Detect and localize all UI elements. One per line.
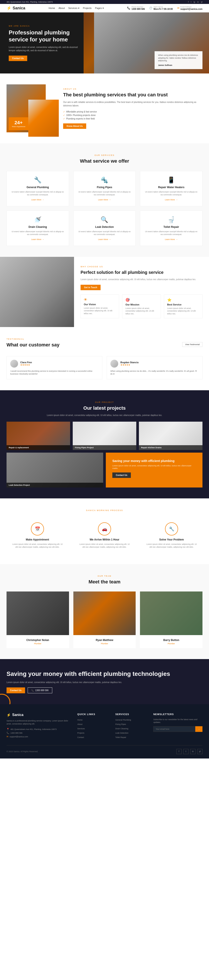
vision-icon-3: ⭐ xyxy=(167,298,199,302)
footer-service-3[interactable]: Drain Cleaning xyxy=(116,727,148,730)
social-linkedin-icon[interactable]: in xyxy=(190,749,195,754)
social-twitter-icon[interactable]: t xyxy=(183,749,188,754)
about-section: 24+ Years Experience ABOUT US The best p… xyxy=(0,73,209,143)
footer-quick-links: Quick Links Home About Services Projects… xyxy=(77,713,110,740)
header: ⚡ Sanica Home About Services ▾ Projects … xyxy=(0,4,209,13)
social-youtube-icon[interactable]: yt xyxy=(197,749,203,754)
footer-link-contact[interactable]: Contact xyxy=(77,736,110,739)
social-icon-yt[interactable]: yt xyxy=(201,1,203,3)
about-check-1: ✓Affordable pricing & fast service xyxy=(63,111,203,113)
social-facebook-icon[interactable]: f xyxy=(176,749,182,754)
hero-title: Professional plumbing service for your h… xyxy=(9,29,83,43)
nav-services[interactable]: Services ▾ xyxy=(68,7,79,10)
about-check-2: ✓1000+ Plumbing projects done xyxy=(63,114,203,116)
cta-description: Lorem ipsum dolor sit amet, consectetur … xyxy=(6,681,203,684)
team-grid: Christopher Nolan Plumber Ryan Matthew P… xyxy=(6,592,203,648)
service-learn-more-2[interactable]: Learn More → xyxy=(78,199,131,201)
contact-hours: 🕐 Open Hours Mon-Fri 7:00-18:00 xyxy=(149,6,173,10)
service-card-6: 🚽 Toilet Repair Ut exerci tation ullamco… xyxy=(140,211,203,246)
footer-quick-links-title: Quick Links xyxy=(77,713,110,716)
social-icon-t[interactable]: t xyxy=(191,1,192,3)
project-card-4[interactable]: Leak Detection Project xyxy=(6,453,103,487)
service-desc-4: Ut exerci tation ullamcorper suscipit lo… xyxy=(11,230,65,236)
testimonial-header-2: Bogdan Stanciu ★★★★★ xyxy=(110,360,199,368)
footer-link-services[interactable]: Services xyxy=(77,727,110,730)
cta-title: Saving your money with efficient plumbin… xyxy=(6,670,203,678)
nav-about[interactable]: About xyxy=(59,7,65,10)
why-cta-button[interactable]: Get in Touch xyxy=(81,285,101,290)
footer-newsletter-title: Newsletters xyxy=(153,713,203,716)
process-title-1: Make Appointment xyxy=(11,538,64,541)
service-icon-6: 🚽 xyxy=(144,216,198,223)
why-image xyxy=(0,257,74,327)
team-card-2: Ryan Matthew Plumber xyxy=(73,592,136,648)
service-icon-4: 🚿 xyxy=(11,216,65,223)
process-grid: 📅 Make Appointment Lorem ipsum dolor sit… xyxy=(6,518,203,553)
footer-service-2[interactable]: Fixing Pipes xyxy=(116,722,148,725)
project-feature-cta[interactable]: Contact Us xyxy=(112,473,131,478)
service-learn-more-4[interactable]: Learn More → xyxy=(11,238,65,240)
service-learn-more-6[interactable]: Learn More → xyxy=(144,238,198,240)
project-img-3: Repair Kitchen Drains xyxy=(139,422,203,450)
phone-icon: 📞 xyxy=(127,6,130,10)
project-img-4: Leak Detection Project xyxy=(6,453,103,487)
team-title: Meet the team xyxy=(6,579,203,585)
footer-link-about[interactable]: About xyxy=(77,722,110,725)
nav-pages[interactable]: Pages ▾ xyxy=(95,7,104,10)
service-card-2: 🔩 Fixing Pipes Ut exerci tation ullamcor… xyxy=(73,171,136,206)
newsletter-submit-button[interactable]: → xyxy=(195,726,203,732)
newsletter-input[interactable] xyxy=(153,726,195,732)
team-role-3: Plumber xyxy=(144,643,199,645)
testimonial-text-1: I would recommend this plumbing service … xyxy=(10,370,99,375)
team-img-3 xyxy=(140,592,203,635)
vision-desc-2: Lorem ipsum dolor sit amet, consectetur … xyxy=(125,307,157,315)
services-section: OUR SERVICES What service we offer 🔧 Gen… xyxy=(0,143,209,257)
footer-quick-links-list: Home About Services Projects Contact xyxy=(77,718,110,739)
check-icon-3: ✓ xyxy=(63,118,65,120)
vision-cards: 👁 Our Vision Lorem ipsum dolor sit amet,… xyxy=(81,294,203,318)
service-learn-more-3[interactable]: Learn More → xyxy=(144,199,198,201)
services-label: OUR SERVICES xyxy=(6,154,203,156)
project-label-4: Leak Detection Project xyxy=(6,483,103,487)
footer-link-projects[interactable]: Projects xyxy=(77,731,110,734)
hero-section: WE ARE SANICA Professional plumbing serv… xyxy=(0,13,209,73)
vision-desc-3: Lorem ipsum dolor sit amet, consectetur … xyxy=(167,307,199,315)
nav-home[interactable]: Home xyxy=(49,7,55,10)
service-learn-more-1[interactable]: Learn More → xyxy=(11,199,65,201)
cta-accent-circle xyxy=(0,694,11,704)
testimonials-label: TESTIMONIAL xyxy=(6,338,59,340)
project-card-3[interactable]: Repair Kitchen Drains xyxy=(139,422,203,450)
cta-contact-button[interactable]: Contact Us xyxy=(6,687,25,693)
project-img-2: Fixing Pipes Project xyxy=(73,422,136,450)
social-icon-in[interactable]: in xyxy=(197,1,199,3)
footer-link-home[interactable]: Home xyxy=(77,718,110,721)
nav-projects[interactable]: Projects xyxy=(83,7,92,10)
about-content: ABOUT US The best plumbing services that… xyxy=(63,88,203,129)
footer-copyright: © 2023 Sanica. All Rights Reserved. xyxy=(6,751,38,752)
project-card-1[interactable]: Repair & replacement xyxy=(6,422,70,450)
footer-service-4[interactable]: Leak Detection xyxy=(116,731,148,734)
team-img-1 xyxy=(6,592,69,635)
about-image-block: 24+ Years Experience xyxy=(6,84,54,132)
project-card-2[interactable]: Fixing Pipes Project xyxy=(73,422,136,450)
hero-cta-button[interactable]: Contact Us xyxy=(9,56,27,61)
about-cta-button[interactable]: Know About Us xyxy=(63,123,86,129)
phone-value: 1300 889 586 xyxy=(131,8,145,10)
footer-service-1[interactable]: General Plumbing xyxy=(116,718,148,721)
cta-phone-button[interactable]: 📞 1300 889 586 xyxy=(28,687,52,693)
team-card-3: Barry Button Plumber xyxy=(140,592,203,648)
footer-service-5[interactable]: Toilet Repair xyxy=(116,736,148,739)
view-testimonial-button[interactable]: View Testimonial xyxy=(182,342,203,347)
testimonial-card-1: Clara Finn ★★★★★ I would recommend this … xyxy=(6,356,102,379)
service-learn-more-5[interactable]: Learn More → xyxy=(78,238,131,240)
testimonial-name-2: Bogdan Stanciu xyxy=(120,361,139,364)
footer-services-list: General Plumbing Fixing Pipes Drain Clea… xyxy=(116,718,148,739)
logo-icon: ⚡ xyxy=(6,6,11,11)
email-icon: ✉ xyxy=(177,6,179,10)
newsletter-form: → xyxy=(153,726,203,732)
social-icon-ig[interactable]: ig xyxy=(193,1,195,3)
about-checks-list: ✓Affordable pricing & fast service ✓1000… xyxy=(63,111,203,120)
testimonials-title: What our customer say xyxy=(6,342,59,348)
team-section: OUR TEAM Meet the team Christopher Nolan… xyxy=(0,564,209,659)
social-icon-f[interactable]: f xyxy=(188,1,189,3)
